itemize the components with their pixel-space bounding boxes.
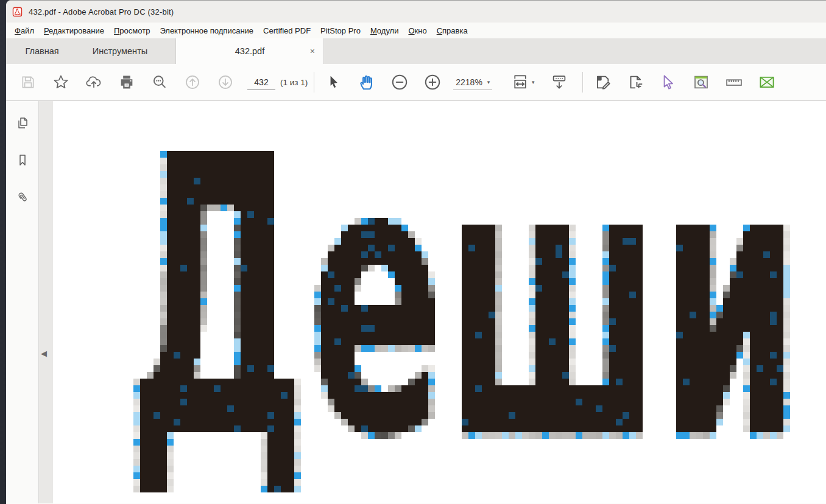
close-tab-icon[interactable]: × [310,47,315,55]
hand-tool-icon [358,73,376,91]
menu-item-window[interactable]: Окно [403,24,431,37]
menu-item-pitstop-pro[interactable]: PitStop Pro [316,24,365,37]
pitstop-select-icon [660,74,677,91]
pitstop-select-button[interactable] [656,70,680,94]
measure-icon [725,73,743,91]
print-button[interactable] [115,70,139,94]
menu-item-view[interactable]: Просмотр [109,24,155,37]
select-tool-button[interactable] [322,70,346,94]
bookmarks-button[interactable] [14,152,31,169]
certified-pdf-button[interactable] [755,70,779,94]
toolbar-separator [314,72,314,93]
tab-document-label: 432.pdf [235,46,264,56]
scrolling-mode-icon [550,73,568,91]
menu-item-certified-pdf[interactable]: Certified PDF [258,24,316,37]
pitstop-inspector-button[interactable] [689,70,713,94]
window-title: 432.pdf - Adobe Acrobat Pro DC (32-bit) [29,7,174,16]
title-bar: 432.pdf - Adobe Acrobat Pro DC (32-bit) [6,1,826,23]
background-window-edge [0,0,6,504]
zoom-level-value: 2218% [456,77,482,87]
acrobat-window: 432.pdf - Adobe Acrobat Pro DC (32-bit) … [6,0,826,504]
star-favorites-icon [52,74,69,91]
scrolling-mode-button[interactable] [547,70,571,94]
document-margin-strip: ◀ [39,101,53,503]
pitstop-inspector-icon [692,73,710,91]
tab-document[interactable]: 432.pdf × [175,38,324,64]
share-cloud-button[interactable] [82,70,106,94]
document-area: ◀ [6,101,826,503]
menu-item-plugins[interactable]: Модули [365,24,404,37]
page-thumbnails-icon [15,116,30,130]
page-thumbnails-button[interactable] [14,114,31,131]
chevron-down-icon: ▾ [487,79,490,85]
menu-item-file[interactable]: Файл [10,24,39,37]
save-button[interactable] [16,70,40,94]
attachments-icon [12,187,32,207]
attachments-button[interactable] [14,189,31,206]
zoom-out-icon [390,73,409,91]
zoom-in-icon [423,73,442,91]
fit-width-icon [511,73,529,91]
tab-bar: Главная Инструменты 432.pdf × [6,38,826,64]
next-page-button[interactable] [213,70,238,94]
chevron-down-icon: ▾ [532,79,535,85]
menu-item-edit[interactable]: Редактирование [39,24,109,37]
page-down-icon [217,74,234,91]
page-count-label: (1 из 1) [280,78,308,87]
edit-pdf-icon [593,73,612,91]
page-number-input[interactable]: 432 [247,74,275,90]
certified-pdf-envelope-icon [758,73,776,91]
search-icon [151,74,168,91]
fit-width-button[interactable]: ▾ [507,70,538,94]
previous-page-button[interactable] [180,70,205,94]
crop-pages-button[interactable] [623,70,648,94]
collapse-panel-button[interactable]: ◀ [41,349,47,357]
menu-bar: Файл Редактирование Просмотр Электронное… [6,23,826,38]
main-toolbar: 432 (1 из 1) 2218% ▾ [6,64,826,101]
zoom-in-button[interactable] [420,70,445,94]
menu-item-help[interactable]: Справка [432,24,473,37]
tab-spacer [167,38,175,64]
zoom-level-dropdown[interactable]: 2218% ▾ [453,74,492,90]
select-tool-icon [326,74,342,90]
pdf-page-canvas[interactable] [53,101,826,503]
favorites-button[interactable] [49,70,73,94]
tab-home[interactable]: Главная [11,38,73,64]
bookmarks-icon [15,153,30,167]
hand-tool-button[interactable] [355,70,379,94]
tab-tools[interactable]: Инструменты [73,38,167,64]
menu-item-esign[interactable]: Электронное подписание [155,24,258,37]
find-button[interactable] [147,70,172,94]
zoom-out-button[interactable] [387,70,412,94]
measure-button[interactable] [722,70,746,94]
toolbar-separator [582,72,583,93]
acrobat-pdf-icon [12,7,23,17]
cloud-upload-icon [85,74,102,91]
save-icon [20,74,36,90]
edit-pdf-button[interactable] [590,70,615,94]
page-up-icon [184,74,201,91]
crop-pages-icon [626,73,644,91]
print-icon [118,74,135,91]
navigation-pane [6,101,39,503]
